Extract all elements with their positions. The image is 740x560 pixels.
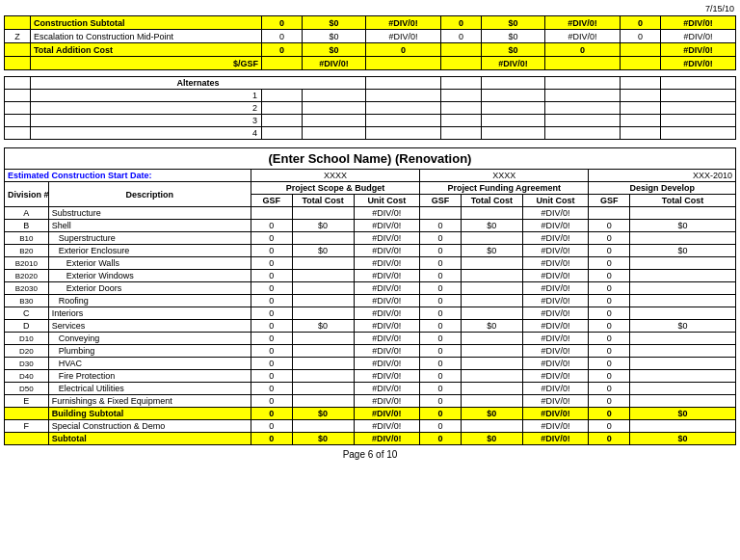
row-a: A Substructure #DIV/0! #DIV/0! — [5, 207, 736, 220]
cs-col9: #DIV/0! — [661, 16, 736, 30]
school-title: (Enter School Name) (Renovation) — [5, 148, 736, 170]
gsf-col6: #DIV/0! — [482, 57, 545, 70]
row-b10-gsf3: 0 — [589, 232, 630, 245]
tc-h1: Total Cost — [292, 195, 354, 207]
gsf-h3: GSF — [589, 195, 630, 207]
row-d30-gsf: 0 — [251, 358, 292, 370]
sub-gsf2: 0 — [420, 433, 462, 445]
tac-col4: 0 — [366, 43, 441, 57]
esc-col5: 0 — [441, 30, 482, 43]
row-b-gsf: 0 — [251, 220, 292, 232]
row-b-desc: Shell — [48, 220, 251, 232]
cs-col5: 0 — [441, 16, 482, 30]
page: 7/15/10 Construction Subtotal 0 $0 — [0, 0, 740, 462]
tac-col2: 0 — [262, 43, 303, 57]
alt-1-a: 1 — [30, 90, 261, 102]
cs-col0 — [5, 16, 31, 30]
row-b20-desc: Exterior Enclosure — [48, 245, 251, 257]
row-b2020-tc3 — [630, 270, 736, 282]
alt-2-h — [620, 102, 660, 115]
row-a-gsf — [251, 207, 292, 220]
funding-agreement-header: Project Funding Agreement — [420, 182, 589, 195]
row-b30-uc: #DIV/0! — [354, 295, 420, 307]
row-c-div: C — [5, 307, 49, 320]
row-d40-gsf: 0 — [251, 370, 292, 383]
alt-3-c — [302, 115, 365, 127]
row-f-gsf2: 0 — [420, 420, 462, 433]
start-date-row: Estimated Construction Start Date: XXXX … — [5, 170, 736, 182]
alt-empty3 — [440, 77, 481, 90]
row-b2010-tc — [292, 257, 354, 270]
row-d40-tc2 — [461, 370, 522, 383]
row-b2030: B2030 Exterior Doors 0 #DIV/0! 0 #DIV/0!… — [5, 282, 736, 295]
alt-4-f — [481, 127, 544, 140]
row-b2020-uc2: #DIV/0! — [522, 270, 589, 282]
tac-col6: $0 — [482, 43, 545, 57]
alt-1-e — [440, 90, 481, 102]
row-b30-gsf2: 0 — [420, 295, 462, 307]
row-e-gsf: 0 — [251, 395, 292, 408]
row-b20-gsf: 0 — [251, 245, 292, 257]
row-b2010-gsf3: 0 — [589, 257, 630, 270]
row-e-uc2: #DIV/0! — [522, 395, 589, 408]
row-d20-tc — [292, 345, 354, 358]
row-e-gsf2: 0 — [420, 395, 462, 408]
row-d20-gsf: 0 — [251, 345, 292, 358]
row-d10-gsf3: 0 — [589, 333, 630, 345]
row-b10-uc2: #DIV/0! — [522, 232, 589, 245]
cs-col6: $0 — [482, 16, 545, 30]
tc-h3: Total Cost — [630, 195, 736, 207]
date-label: 7/15/10 — [4, 4, 736, 13]
alt-2-e — [440, 102, 481, 115]
construction-subtotal-row: Construction Subtotal 0 $0 #DIV/0! 0 $0 … — [5, 16, 736, 30]
row-b2030-div: B2030 — [5, 282, 49, 295]
esc-col6: $0 — [482, 30, 545, 43]
row-a-uc2: #DIV/0! — [522, 207, 589, 220]
alternates-table: Alternates 1 — [4, 76, 736, 140]
gsf-col9: #DIV/0! — [661, 57, 736, 70]
bs-tc: $0 — [292, 408, 354, 420]
row-b2020-tc — [292, 270, 354, 282]
row-d30-gsf2: 0 — [420, 358, 462, 370]
tac-col8 — [621, 43, 661, 57]
alternates-header: Alternates — [30, 77, 365, 90]
sub-tc2: $0 — [461, 433, 522, 445]
row-d10-gsf2: 0 — [420, 333, 462, 345]
xxxx2: XXXX — [420, 170, 589, 182]
alt-1-f — [481, 90, 544, 102]
row-c-tc — [292, 307, 354, 320]
row-b10-gsf2: 0 — [420, 232, 462, 245]
alt-2-b — [261, 102, 302, 115]
row-b20-div: B20 — [5, 245, 49, 257]
row-d30-uc: #DIV/0! — [354, 358, 420, 370]
row-b30-uc2: #DIV/0! — [522, 295, 589, 307]
alt-4-d — [365, 127, 440, 140]
tac-col3: $0 — [303, 43, 366, 57]
row-d-gsf: 0 — [251, 320, 292, 333]
alt-1-d — [365, 90, 440, 102]
xxxx1: XXXX — [251, 170, 419, 182]
gsf-col0 — [5, 57, 31, 70]
row-b20-uc2: #DIV/0! — [522, 245, 589, 257]
row-d-gsf2: 0 — [420, 320, 462, 333]
sub-gsf3: 0 — [589, 433, 630, 445]
row-b2030-uc2: #DIV/0! — [522, 282, 589, 295]
row-d30-gsf3: 0 — [589, 358, 630, 370]
alt-4-b — [261, 127, 302, 140]
row-d20-uc2: #DIV/0! — [522, 345, 589, 358]
cs-col4: #DIV/0! — [366, 16, 441, 30]
alt-row-3: 3 — [5, 115, 736, 127]
tc-h2: Total Cost — [461, 195, 522, 207]
row-d10: D10 Conveying 0 #DIV/0! 0 #DIV/0! 0 — [5, 333, 736, 345]
row-d40-uc2: #DIV/0! — [522, 370, 589, 383]
row-e-tc3 — [630, 395, 736, 408]
alt-2-num — [5, 102, 31, 115]
cs-col7: #DIV/0! — [545, 16, 621, 30]
sub-gsf: 0 — [251, 433, 292, 445]
div-header: Division # — [5, 182, 49, 207]
alt-row-2: 2 — [5, 102, 736, 115]
uc-h2: Unit Cost — [522, 195, 589, 207]
row-d50-tc2 — [461, 383, 522, 395]
row-d-gsf3: 0 — [589, 320, 630, 333]
sub-div — [5, 433, 49, 445]
